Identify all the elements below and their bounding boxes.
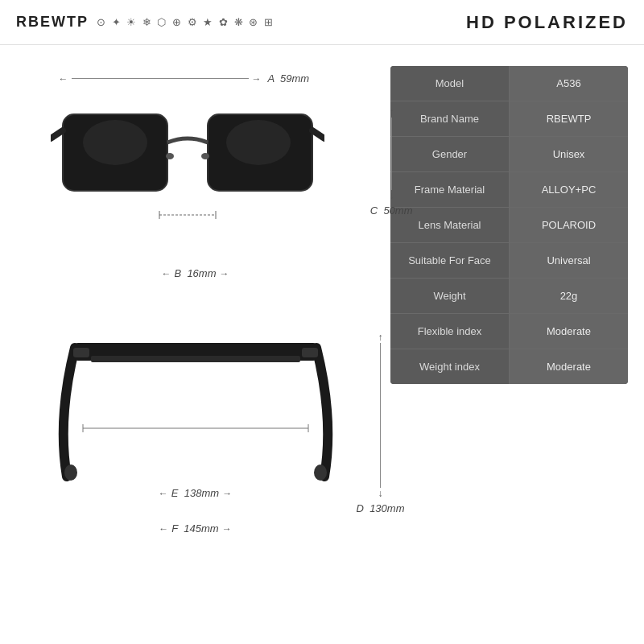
specs-value: Unisex <box>510 137 628 171</box>
dim-e-label: E <box>171 487 179 499</box>
svg-point-15 <box>64 464 77 481</box>
glasses-front-svg <box>51 98 324 243</box>
svg-rect-13 <box>302 348 318 357</box>
specs-row: Lens MaterialPOLAROID <box>390 208 628 243</box>
svg-point-6 <box>166 153 174 159</box>
svg-point-16 <box>314 464 327 481</box>
specs-row: Weight indexModerate <box>390 349 628 384</box>
dim-a-label: A <box>268 72 275 85</box>
specs-value: A536 <box>510 66 628 101</box>
svg-point-7 <box>201 153 209 159</box>
dimension-e: ← E 138mm → <box>159 487 232 499</box>
dim-d-label: D <box>357 502 364 514</box>
specs-table: ModelA536Brand NameRBEWTPGenderUnisexFra… <box>390 66 628 384</box>
svg-point-4 <box>83 120 147 165</box>
svg-rect-14 <box>91 356 300 362</box>
brand-name: RBEWTP <box>16 14 89 31</box>
dim-d-value: 130mm <box>369 502 404 514</box>
specs-label: Model <box>390 66 510 101</box>
certification-icons: ⊙ ✦ ☀ ❄ ⬡ ⊕ ⚙ ★ ✿ ❋ ⊛ ⊞ <box>97 16 275 28</box>
svg-line-3 <box>312 130 324 138</box>
specs-label: Suitable For Face <box>390 243 510 278</box>
specs-row: GenderUnisex <box>390 137 628 172</box>
specs-value: 22g <box>510 279 628 313</box>
dimension-f: ← F 145mm → <box>159 522 231 535</box>
header: RBEWTP ⊙ ✦ ☀ ❄ ⬡ ⊕ ⚙ ★ ✿ ❋ ⊛ ⊞ HD POLARI… <box>0 0 644 45</box>
dim-e-value: 138mm <box>184 487 219 499</box>
specs-label: Weight <box>390 279 510 313</box>
dim-f-label: F <box>171 522 178 535</box>
dimension-d: ↑ ↓ D 130mm <box>357 332 405 514</box>
main-content: ← → A 59mm <box>0 45 644 644</box>
specs-row: ModelA536 <box>390 66 628 101</box>
svg-line-2 <box>51 130 63 138</box>
glasses-back-svg <box>51 332 341 493</box>
dim-b-label: B <box>174 267 181 279</box>
dim-b-value: 16mm <box>187 267 216 279</box>
dimension-a: ← → A 59mm <box>59 72 310 85</box>
specs-label: Weight index <box>390 349 510 384</box>
dim-c-value: 50mm <box>383 204 412 217</box>
specs-row: Suitable For FaceUniversal <box>390 243 628 279</box>
glasses-front-view: ← → A 59mm <box>51 98 341 275</box>
specs-value: RBEWTP <box>510 101 628 136</box>
glasses-back-view: ← E 138mm → ← F 145mm → ↑ ↓ <box>51 332 341 541</box>
svg-rect-12 <box>73 348 89 357</box>
specs-value: ALLOY+PC <box>510 172 628 207</box>
specs-value: POLAROID <box>510 208 628 242</box>
specs-row: Frame MaterialALLOY+PC <box>390 172 628 208</box>
dim-c-label: C <box>370 204 378 217</box>
dimension-b: ← B 16mm → <box>161 267 229 279</box>
hd-polarized-label: HD POLARIZED <box>466 12 628 33</box>
specs-value: Moderate <box>510 349 628 384</box>
specs-label: Flexible index <box>390 314 510 349</box>
specs-row: Flexible indexModerate <box>390 314 628 349</box>
dim-f-value: 145mm <box>184 522 218 535</box>
specs-value: Universal <box>510 243 628 278</box>
header-icons: ⊙ ✦ ☀ ❄ ⬡ ⊕ ⚙ ★ ✿ ❋ ⊛ ⊞ <box>97 16 450 28</box>
specs-value: Moderate <box>510 314 628 349</box>
svg-point-5 <box>226 120 291 165</box>
dim-a-value: 59mm <box>280 72 309 85</box>
specs-row: Brand NameRBEWTP <box>390 101 628 137</box>
dimension-c: ↑ ↓ C 50mm <box>370 106 413 217</box>
diagram-section: ← → A 59mm <box>16 58 374 631</box>
specs-row: Weight22g <box>390 279 628 314</box>
